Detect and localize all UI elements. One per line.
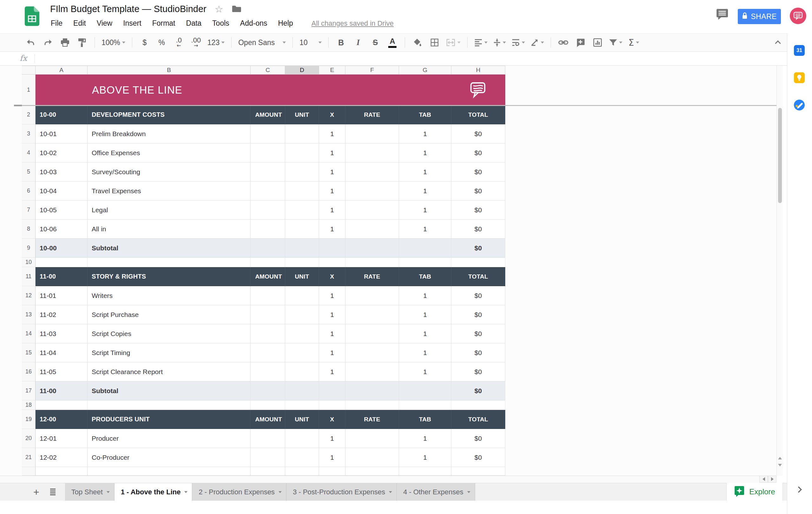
cell-rate[interactable] (345, 381, 399, 400)
scroll-down-button[interactable] (777, 462, 783, 468)
sheet-tab-top-sheet[interactable]: Top Sheet (65, 483, 115, 501)
cell-total[interactable]: $0 (452, 181, 505, 201)
cell-label[interactable]: Prelim Breakdown (88, 124, 251, 143)
cell-tab[interactable]: 1 (399, 305, 452, 324)
cell-rate-header[interactable]: RATE (345, 105, 399, 124)
cell-code[interactable]: 11-03 (35, 324, 88, 343)
cell-x[interactable]: 1 (319, 324, 345, 343)
cell-tab[interactable]: 1 (399, 324, 452, 343)
cell[interactable] (285, 400, 319, 410)
cell-total[interactable]: $0 (452, 343, 505, 362)
cell-x[interactable]: 1 (319, 362, 345, 381)
cell-label[interactable]: Producer (88, 429, 251, 448)
cell-amount[interactable] (251, 124, 285, 143)
cell-code[interactable]: 10-02 (35, 143, 88, 163)
vertical-align-button[interactable] (493, 36, 506, 49)
cell-total[interactable]: $0 (452, 381, 505, 400)
column-header-b[interactable]: B (88, 66, 251, 75)
row-number[interactable]: 11 (22, 267, 35, 286)
cell[interactable] (251, 400, 285, 410)
cell-total[interactable]: $0 (452, 143, 505, 163)
cell-label[interactable]: Travel Expenses (88, 181, 251, 201)
cell-amount[interactable] (251, 429, 285, 448)
scroll-right-button[interactable] (768, 476, 777, 483)
cell-label[interactable]: Co-Producer (88, 448, 251, 467)
cell-unit[interactable] (285, 143, 319, 163)
cell-label[interactable]: PRODUCERS UNIT (88, 410, 251, 429)
cell-tab[interactable]: 1 (399, 124, 452, 143)
menu-tools[interactable]: Tools (212, 19, 229, 28)
cell-total[interactable]: $0 (452, 448, 505, 467)
row-number[interactable]: 20 (22, 429, 35, 448)
bold-button[interactable]: B (335, 36, 347, 49)
format-currency-button[interactable]: $ (139, 36, 150, 49)
cell-amount[interactable] (251, 181, 285, 201)
cell-amount-header[interactable]: AMOUNT (251, 410, 285, 429)
cell-unit[interactable] (285, 201, 319, 220)
text-rotation-button[interactable] (531, 36, 544, 49)
cell-label[interactable]: Writers (88, 286, 251, 305)
collapse-toolbar-button[interactable] (775, 40, 780, 45)
cell-tab-header[interactable]: TAB (399, 105, 452, 124)
cell[interactable] (319, 467, 345, 476)
cell[interactable] (251, 467, 285, 476)
cell-code[interactable]: 11-00 (35, 267, 88, 286)
cell-rate[interactable] (345, 429, 399, 448)
cell-code[interactable]: 12-02 (35, 448, 88, 467)
cell-total-header[interactable]: TOTAL (452, 105, 505, 124)
cell-total[interactable]: $0 (452, 362, 505, 381)
cell-amount[interactable] (251, 286, 285, 305)
cell-x[interactable]: 1 (319, 305, 345, 324)
cell-rate-header[interactable]: RATE (345, 410, 399, 429)
cell-tab-header[interactable]: TAB (399, 267, 452, 286)
all-sheets-menu-button[interactable] (50, 489, 56, 490)
calendar-icon[interactable]: 31 (794, 45, 805, 56)
cell-amount[interactable] (251, 381, 285, 400)
tasks-icon[interactable] (794, 99, 805, 110)
cell-total-header[interactable]: TOTAL (452, 410, 505, 429)
text-wrap-button[interactable] (512, 36, 525, 49)
cell-total[interactable]: $0 (452, 305, 505, 324)
cell-unit[interactable] (285, 324, 319, 343)
cell-x-header[interactable]: X (319, 410, 345, 429)
cell-label[interactable]: Legal (88, 201, 251, 220)
cell-total-header[interactable]: TOTAL (452, 267, 505, 286)
cell-tab[interactable] (399, 238, 452, 258)
formula-input[interactable] (38, 52, 780, 65)
cell-code[interactable]: 12-01 (35, 429, 88, 448)
font-size-select[interactable]: 10 (299, 36, 322, 49)
row-number[interactable]: 10 (22, 258, 35, 267)
cell-unit[interactable] (285, 238, 319, 258)
menu-file[interactable]: File (51, 19, 62, 28)
cell[interactable] (452, 467, 505, 476)
cell-rate[interactable] (345, 362, 399, 381)
undo-button[interactable] (25, 36, 36, 49)
cell[interactable] (35, 400, 88, 410)
redo-button[interactable] (42, 36, 54, 49)
row-number[interactable]: 13 (22, 305, 35, 324)
select-all-corner[interactable] (22, 66, 35, 75)
sheet-tab-above-the-line[interactable]: 1 - Above the Line (115, 483, 193, 501)
zoom-select[interactable]: 100% (102, 36, 125, 49)
cell-amount[interactable] (251, 343, 285, 362)
filter-button[interactable] (609, 36, 622, 49)
paint-format-button[interactable] (77, 36, 88, 49)
cell-label[interactable]: DEVELOPMENT COSTS (88, 105, 251, 124)
cell-code[interactable]: 11-05 (35, 362, 88, 381)
cell-tab[interactable] (399, 381, 452, 400)
row-number[interactable]: 12 (22, 286, 35, 305)
cell-amount[interactable] (251, 163, 285, 181)
cell-rate[interactable] (345, 448, 399, 467)
column-header-h[interactable]: H (452, 66, 505, 75)
cell-rate[interactable] (345, 220, 399, 238)
cell-code[interactable]: 10-05 (35, 201, 88, 220)
cell-total[interactable]: $0 (452, 124, 505, 143)
text-color-button[interactable]: A (387, 36, 398, 49)
cell-x[interactable]: 1 (319, 124, 345, 143)
column-header-g[interactable]: G (399, 66, 452, 75)
sheets-logo-icon[interactable] (25, 6, 39, 26)
column-header-c[interactable]: C (251, 66, 285, 75)
cell[interactable] (345, 258, 399, 267)
cell-amount[interactable] (251, 324, 285, 343)
sheet-tab-post-production-expenses[interactable]: 3 - Post-Production Expenses (286, 483, 397, 501)
